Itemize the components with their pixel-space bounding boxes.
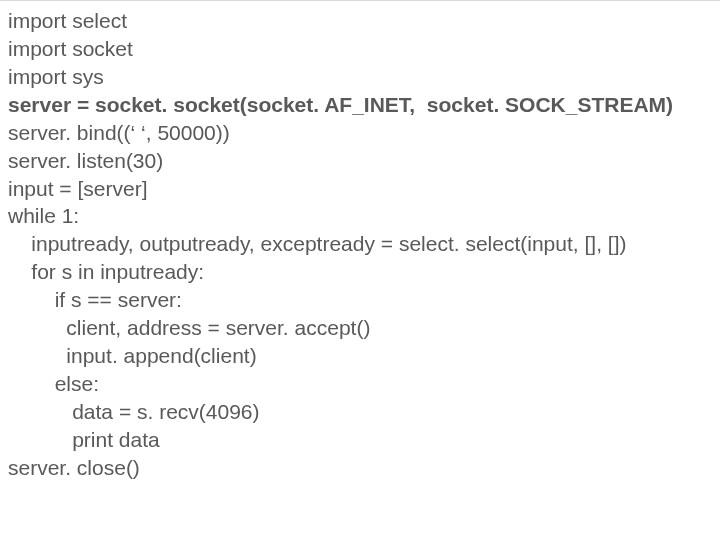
code-line: import select [8,7,712,35]
code-line: import sys [8,63,712,91]
code-line: inputready, outputready, exceptready = s… [8,230,712,258]
code-line: input = [server] [8,175,712,203]
code-line: print data [8,426,712,454]
code-line: input. append(client) [8,342,712,370]
code-line: if s == server: [8,286,712,314]
code-line: client, address = server. accept() [8,314,712,342]
code-line: while 1: [8,202,712,230]
code-line: server. close() [8,454,712,482]
code-line: import socket [8,35,712,63]
code-line: server. bind((‘ ‘, 50000)) [8,119,712,147]
code-line: data = s. recv(4096) [8,398,712,426]
code-block: import selectimport socketimport sysserv… [8,7,712,482]
code-line: else: [8,370,712,398]
code-slide: import selectimport socketimport sysserv… [0,0,720,482]
code-line: for s in inputready: [8,258,712,286]
code-line: server. listen(30) [8,147,712,175]
code-line: server = socket. socket(socket. AF_INET,… [8,91,712,119]
